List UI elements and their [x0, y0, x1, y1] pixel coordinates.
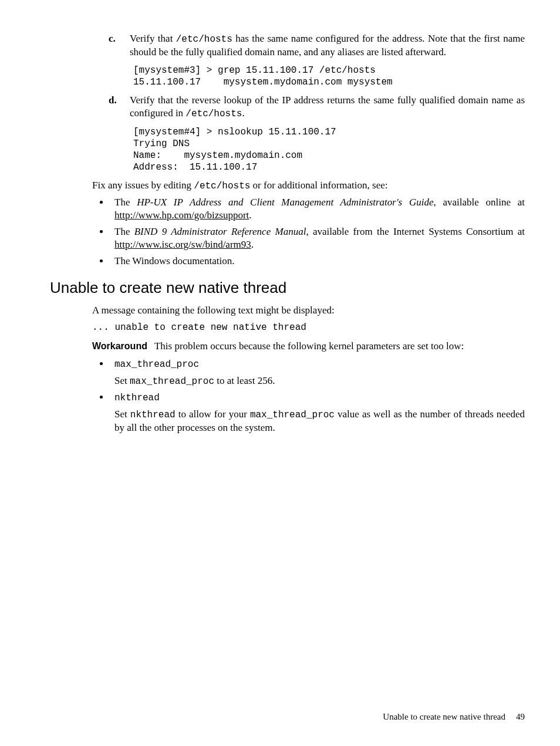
step-d: d. Verify that the reverse lookup of the… [109, 94, 525, 120]
param-1-desc: Set nkthread to allow for your max_threa… [114, 408, 525, 434]
page-footer: Unable to create new native thread49 [383, 711, 525, 723]
see-1-post: . [251, 239, 254, 250]
step-d-body: Verify that the reverse lookup of the IP… [130, 94, 525, 120]
fix-text-2: or for additional information, see: [250, 180, 387, 191]
param-1-d0: Set [114, 409, 130, 420]
see-list: The HP-UX IP Address and Client Manageme… [92, 196, 525, 268]
section-message: ... unable to create new native thread [92, 322, 525, 334]
step-d-code-inline: /etc/hosts [185, 109, 242, 119]
footer-page-number: 49 [516, 712, 525, 721]
step-c-codeblock: [mysystem#3] > grep 15.11.100.17 /etc/ho… [133, 65, 525, 88]
param-0-d2: to at least 256. [214, 375, 275, 386]
params-list: max_thread_proc Set max_thread_proc to a… [92, 357, 525, 434]
param-1-d1: nkthread [130, 410, 176, 420]
param-0: max_thread_proc Set max_thread_proc to a… [110, 357, 525, 388]
see-1-link[interactable]: http://www.isc.org/sw/bind/arm93 [114, 239, 251, 250]
see-item-0: The HP-UX IP Address and Client Manageme… [110, 196, 525, 222]
fix-paragraph: Fix any issues by editing /etc/hosts or … [92, 179, 525, 193]
step-d-marker: d. [109, 94, 130, 120]
step-d-codeblock: [mysystem#4] > nslookup 15.11.100.17 Try… [133, 126, 525, 173]
param-1-name: nkthread [114, 393, 160, 403]
see-1-mid: , available from the Internet Systems Co… [306, 226, 525, 237]
param-1-d3: max_thread_proc [250, 410, 335, 420]
workaround-paragraph: WorkaroundThis problem occurs because th… [92, 340, 525, 353]
workaround-text: This problem occurs because the followin… [154, 340, 464, 352]
see-1-italic: BIND 9 Administrator Reference Manual [134, 226, 306, 237]
see-0-link[interactable]: http://www.hp.com/go/bizsupport [114, 210, 249, 221]
step-c-code-inline: /etc/hosts [176, 34, 232, 45]
see-item-1: The BIND 9 Administrator Reference Manua… [110, 225, 525, 251]
param-0-d1: max_thread_proc [130, 376, 214, 387]
param-1: nkthread Set nkthread to allow for your … [110, 391, 525, 434]
see-0-post: . [249, 210, 251, 221]
step-d-text-2: . [242, 107, 244, 119]
see-0-mid: , available online at [433, 197, 525, 208]
section-heading: Unable to create new native thread [50, 278, 525, 298]
section-intro: A message containing the following text … [92, 304, 525, 317]
see-item-2: The Windows documentation. [110, 255, 525, 268]
see-1-pre: The [114, 226, 134, 237]
step-c: c. Verify that /etc/hosts has the same n… [109, 32, 525, 59]
step-c-marker: c. [109, 32, 130, 59]
page-content: c. Verify that /etc/hosts has the same n… [0, 0, 560, 746]
fix-text-0: Fix any issues by editing [92, 180, 194, 191]
see-2-plain: The Windows documentation. [114, 255, 234, 266]
see-0-pre: The [114, 197, 137, 208]
param-1-d2: to allow for your [176, 409, 250, 420]
fix-code-inline: /etc/hosts [194, 181, 250, 191]
param-0-name: max_thread_proc [114, 359, 199, 370]
see-0-italic: HP-UX IP Address and Client Management A… [137, 197, 433, 208]
param-0-desc: Set max_thread_proc to at least 256. [114, 374, 525, 388]
param-0-d0: Set [114, 375, 130, 386]
step-c-body: Verify that /etc/hosts has the same name… [130, 32, 525, 59]
footer-title: Unable to create new native thread [383, 712, 505, 721]
workaround-label: Workaround [92, 341, 147, 351]
step-c-text-0: Verify that [130, 33, 176, 44]
